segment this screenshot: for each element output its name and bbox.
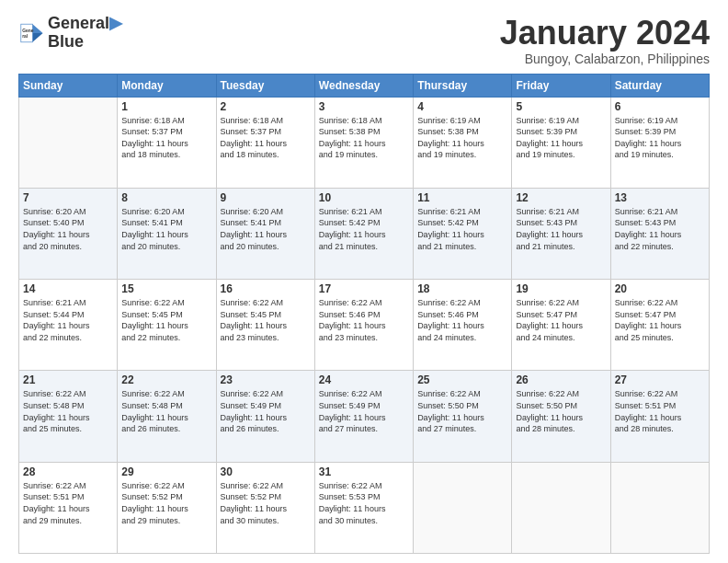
day-cell: 10Sunrise: 6:21 AM Sunset: 5:42 PM Dayli…: [314, 188, 413, 279]
day-info: Sunrise: 6:19 AM Sunset: 5:39 PM Dayligh…: [516, 115, 606, 161]
day-info: Sunrise: 6:22 AM Sunset: 5:49 PM Dayligh…: [319, 388, 409, 434]
day-cell: 24Sunrise: 6:22 AM Sunset: 5:49 PM Dayli…: [314, 371, 413, 462]
day-cell: 20Sunrise: 6:22 AM Sunset: 5:47 PM Dayli…: [610, 280, 709, 371]
day-number: 12: [516, 191, 606, 204]
day-header-sunday: Sunday: [19, 74, 118, 97]
day-cell: 29Sunrise: 6:22 AM Sunset: 5:52 PM Dayli…: [118, 462, 216, 553]
week-row-2: 7Sunrise: 6:20 AM Sunset: 5:40 PM Daylig…: [19, 188, 710, 279]
day-info: Sunrise: 6:18 AM Sunset: 5:38 PM Dayligh…: [319, 115, 409, 161]
location-subtitle: Bungoy, Calabarzon, Philippines: [500, 52, 710, 66]
day-number: 13: [615, 191, 705, 204]
day-cell: 27Sunrise: 6:22 AM Sunset: 5:51 PM Dayli…: [610, 371, 709, 462]
day-info: Sunrise: 6:21 AM Sunset: 5:43 PM Dayligh…: [615, 206, 705, 252]
day-cell: 23Sunrise: 6:22 AM Sunset: 5:49 PM Dayli…: [216, 371, 314, 462]
day-cell: 5Sunrise: 6:19 AM Sunset: 5:39 PM Daylig…: [512, 97, 610, 188]
day-cell: 13Sunrise: 6:21 AM Sunset: 5:43 PM Dayli…: [610, 188, 709, 279]
header: Gene ral General▶ Blue January 2024 Bung…: [18, 15, 710, 66]
day-cell: 17Sunrise: 6:22 AM Sunset: 5:46 PM Dayli…: [314, 280, 413, 371]
day-cell: 26Sunrise: 6:22 AM Sunset: 5:50 PM Dayli…: [512, 371, 610, 462]
day-header-wednesday: Wednesday: [314, 74, 413, 97]
day-cell: 25Sunrise: 6:22 AM Sunset: 5:50 PM Dayli…: [414, 371, 512, 462]
day-number: 1: [121, 100, 211, 113]
day-cell: 2Sunrise: 6:18 AM Sunset: 5:37 PM Daylig…: [216, 97, 314, 188]
month-title: January 2024: [500, 15, 710, 52]
day-number: 10: [319, 191, 409, 204]
day-number: 15: [121, 282, 211, 295]
day-info: Sunrise: 6:22 AM Sunset: 5:50 PM Dayligh…: [516, 388, 606, 434]
day-cell: 22Sunrise: 6:22 AM Sunset: 5:48 PM Dayli…: [118, 371, 216, 462]
week-row-4: 21Sunrise: 6:22 AM Sunset: 5:48 PM Dayli…: [19, 371, 710, 462]
day-info: Sunrise: 6:22 AM Sunset: 5:52 PM Dayligh…: [121, 480, 211, 526]
day-cell: 8Sunrise: 6:20 AM Sunset: 5:41 PM Daylig…: [118, 188, 216, 279]
day-number: 29: [121, 465, 211, 478]
page: Gene ral General▶ Blue January 2024 Bung…: [0, 0, 728, 563]
day-cell: 6Sunrise: 6:19 AM Sunset: 5:39 PM Daylig…: [610, 97, 709, 188]
day-header-friday: Friday: [512, 74, 610, 97]
day-info: Sunrise: 6:22 AM Sunset: 5:50 PM Dayligh…: [417, 388, 507, 434]
day-number: 28: [23, 465, 113, 478]
day-cell: 19Sunrise: 6:22 AM Sunset: 5:47 PM Dayli…: [512, 280, 610, 371]
day-info: Sunrise: 6:22 AM Sunset: 5:51 PM Dayligh…: [615, 388, 705, 434]
day-number: 30: [221, 465, 311, 478]
day-info: Sunrise: 6:21 AM Sunset: 5:42 PM Dayligh…: [319, 206, 409, 252]
svg-text:Gene: Gene: [22, 28, 34, 32]
day-cell: 3Sunrise: 6:18 AM Sunset: 5:38 PM Daylig…: [314, 97, 413, 188]
day-info: Sunrise: 6:22 AM Sunset: 5:48 PM Dayligh…: [23, 388, 113, 434]
day-cell: 1Sunrise: 6:18 AM Sunset: 5:37 PM Daylig…: [118, 97, 216, 188]
day-cell: 4Sunrise: 6:19 AM Sunset: 5:38 PM Daylig…: [414, 97, 512, 188]
day-info: Sunrise: 6:21 AM Sunset: 5:42 PM Dayligh…: [417, 206, 507, 252]
calendar-table: SundayMondayTuesdayWednesdayThursdayFrid…: [18, 74, 710, 554]
day-header-row: SundayMondayTuesdayWednesdayThursdayFrid…: [19, 74, 710, 97]
day-cell: 12Sunrise: 6:21 AM Sunset: 5:43 PM Dayli…: [512, 188, 610, 279]
day-number: 26: [516, 373, 606, 386]
logo-icon: Gene ral: [18, 20, 44, 46]
day-number: 24: [319, 373, 409, 386]
day-info: Sunrise: 6:20 AM Sunset: 5:41 PM Dayligh…: [221, 206, 311, 252]
day-number: 14: [23, 282, 113, 295]
day-number: 3: [319, 100, 409, 113]
title-block: January 2024 Bungoy, Calabarzon, Philipp…: [500, 15, 710, 66]
day-cell: 21Sunrise: 6:22 AM Sunset: 5:48 PM Dayli…: [19, 371, 118, 462]
day-info: Sunrise: 6:18 AM Sunset: 5:37 PM Dayligh…: [221, 115, 311, 161]
day-cell: 14Sunrise: 6:21 AM Sunset: 5:44 PM Dayli…: [19, 280, 118, 371]
day-info: Sunrise: 6:22 AM Sunset: 5:52 PM Dayligh…: [221, 480, 311, 526]
day-info: Sunrise: 6:20 AM Sunset: 5:41 PM Dayligh…: [121, 206, 211, 252]
day-info: Sunrise: 6:22 AM Sunset: 5:45 PM Dayligh…: [121, 297, 211, 343]
day-number: 18: [417, 282, 507, 295]
day-info: Sunrise: 6:22 AM Sunset: 5:47 PM Dayligh…: [615, 297, 705, 343]
svg-text:ral: ral: [22, 34, 28, 39]
logo-text: General▶ Blue: [48, 15, 122, 52]
day-number: 27: [615, 373, 705, 386]
day-info: Sunrise: 6:22 AM Sunset: 5:46 PM Dayligh…: [417, 297, 507, 343]
day-info: Sunrise: 6:22 AM Sunset: 5:47 PM Dayligh…: [516, 297, 606, 343]
day-cell: 18Sunrise: 6:22 AM Sunset: 5:46 PM Dayli…: [414, 280, 512, 371]
week-row-3: 14Sunrise: 6:21 AM Sunset: 5:44 PM Dayli…: [19, 280, 710, 371]
day-number: 21: [23, 373, 113, 386]
day-info: Sunrise: 6:19 AM Sunset: 5:39 PM Dayligh…: [615, 115, 705, 161]
day-cell: 16Sunrise: 6:22 AM Sunset: 5:45 PM Dayli…: [216, 280, 314, 371]
day-info: Sunrise: 6:21 AM Sunset: 5:43 PM Dayligh…: [516, 206, 606, 252]
day-cell: [414, 462, 512, 553]
day-cell: 15Sunrise: 6:22 AM Sunset: 5:45 PM Dayli…: [118, 280, 216, 371]
week-row-1: 1Sunrise: 6:18 AM Sunset: 5:37 PM Daylig…: [19, 97, 710, 188]
day-number: 2: [221, 100, 311, 113]
day-number: 17: [319, 282, 409, 295]
day-info: Sunrise: 6:19 AM Sunset: 5:38 PM Dayligh…: [417, 115, 507, 161]
day-number: 25: [417, 373, 507, 386]
day-number: 11: [417, 191, 507, 204]
day-info: Sunrise: 6:22 AM Sunset: 5:51 PM Dayligh…: [23, 480, 113, 526]
svg-marker-0: [32, 24, 42, 33]
day-number: 8: [121, 191, 211, 204]
day-info: Sunrise: 6:22 AM Sunset: 5:46 PM Dayligh…: [319, 297, 409, 343]
day-cell: 31Sunrise: 6:22 AM Sunset: 5:53 PM Dayli…: [314, 462, 413, 553]
svg-rect-2: [21, 24, 33, 42]
day-cell: 9Sunrise: 6:20 AM Sunset: 5:41 PM Daylig…: [216, 188, 314, 279]
day-cell: 30Sunrise: 6:22 AM Sunset: 5:52 PM Dayli…: [216, 462, 314, 553]
week-row-5: 28Sunrise: 6:22 AM Sunset: 5:51 PM Dayli…: [19, 462, 710, 553]
svg-marker-1: [32, 33, 42, 42]
day-cell: 7Sunrise: 6:20 AM Sunset: 5:40 PM Daylig…: [19, 188, 118, 279]
logo: Gene ral General▶ Blue: [18, 15, 122, 52]
day-info: Sunrise: 6:20 AM Sunset: 5:40 PM Dayligh…: [23, 206, 113, 252]
day-number: 6: [615, 100, 705, 113]
day-cell: [512, 462, 610, 553]
